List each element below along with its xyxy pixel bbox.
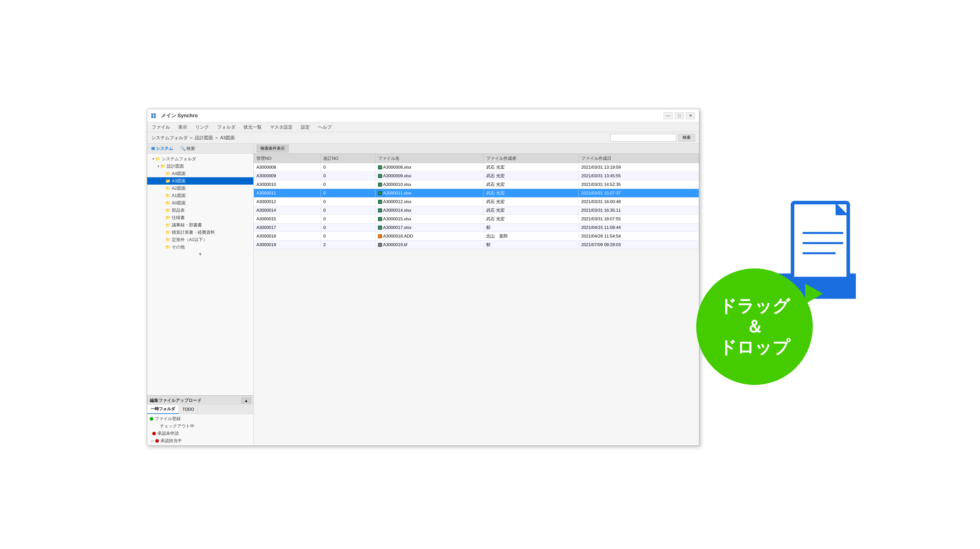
file-table-header: 管理NO 改訂NO ファイル名 ファイル作成者 ファイル作成日	[254, 154, 699, 163]
menu-settings[interactable]: 設定	[299, 123, 311, 131]
col-header-filename: ファイル名	[375, 154, 484, 163]
folder-icon: 📁	[165, 208, 170, 213]
cell-rev: 0	[321, 215, 375, 223]
img-icon: ⊙	[378, 234, 382, 238]
dnd-text-line3: ドロップ	[719, 337, 790, 358]
menu-folder[interactable]: フォルダ	[216, 123, 237, 131]
expand-arrow: ▼	[151, 157, 155, 161]
upload-button[interactable]: ▲	[242, 398, 251, 403]
cell-rev: 0	[321, 232, 375, 241]
breadcrumb: システムフォルダ ＞ 設計図面 ＞ A3図面	[151, 135, 235, 141]
folder-icon: 📁	[165, 230, 170, 235]
table-row[interactable]: A3000011 0 xA3000011.xlsx 武石 光宏 2021/03/…	[254, 189, 699, 198]
table-row[interactable]: A3000015 0 xA3000015.xlsx 武石 光宏 2021/03/…	[254, 215, 699, 223]
cell-date: 2021/03/31 18:07:55	[579, 215, 699, 223]
folder-icon: 📁	[165, 193, 170, 198]
cell-no: A3000015	[254, 215, 321, 223]
main-content: 検索条件表示 管理NO 改訂NO ファイル名 ファイル作成者 ファイル作成日	[254, 144, 699, 446]
table-row[interactable]: A3000014 0 xA3000014.xlsx 武石 光宏 2021/03/…	[254, 206, 699, 215]
minimize-button[interactable]: —	[663, 112, 673, 119]
menu-master[interactable]: マスタ設定	[268, 123, 294, 131]
maximize-button[interactable]: □	[675, 112, 684, 119]
table-row[interactable]: A3000019 2 tA3000019.tif 郁 2021/07/09 09…	[254, 241, 699, 249]
cell-filename: xA3000012.xlsx	[375, 198, 484, 206]
menu-view[interactable]: 表示	[177, 123, 189, 131]
sidebar-tab-system[interactable]: ⊞ システム	[149, 144, 175, 152]
cell-rev: 0	[321, 223, 375, 232]
cell-date: 2021/07/09 09:28:03	[579, 241, 699, 249]
close-button[interactable]: ✕	[686, 112, 695, 119]
excel-icon: x	[378, 182, 382, 187]
folder-icon: 📁	[155, 157, 161, 161]
tree-item-irregular[interactable]: 📁 定形外（A1以下）	[147, 236, 253, 243]
cell-no: A3000012	[254, 198, 321, 206]
green-dot-icon	[150, 417, 153, 420]
search-condition-button[interactable]: 検索条件表示	[257, 144, 289, 152]
dnd-text-line2: ＆	[746, 316, 763, 337]
todo-item-approval-pending[interactable]: 承認未申請	[147, 430, 253, 437]
col-header-no: 管理NO	[254, 154, 321, 163]
cell-filename: xA3000009.xlsx	[375, 172, 484, 180]
tree-item-a1[interactable]: 📁 A1図面	[147, 192, 253, 199]
todo-item-register[interactable]: ファイル登録	[147, 415, 253, 422]
table-row[interactable]: A3000010 0 xA3000010.xlsx 武石 光宏 2021/03/…	[254, 180, 699, 189]
tree-item-estimate[interactable]: 📁 積算計算書・経費資料	[147, 228, 253, 236]
tree-item-parts[interactable]: 📁 部品表	[147, 206, 253, 214]
todo-tab-todo[interactable]: TODO	[179, 405, 198, 414]
system-icon: ⊞	[151, 146, 155, 151]
table-row[interactable]: A3000017 0 xA3000017.xlsx 郁 2021/04/15 1…	[254, 223, 699, 232]
todo-item-checkout[interactable]: チェックアウト中	[147, 422, 253, 430]
dnd-text-line1: ドラッグ	[719, 296, 790, 317]
menu-file[interactable]: ファイル	[150, 123, 172, 131]
cell-author: 武石 光宏	[484, 189, 578, 198]
tif-icon: t	[378, 243, 382, 247]
excel-icon: x	[378, 208, 382, 213]
cell-filename: xA3000014.xlsx	[375, 206, 484, 215]
cell-date: 2021/03/31 13:45:55	[579, 172, 699, 180]
red-dot-icon	[155, 439, 159, 443]
content-area: ⊞ システム 🔍 検索 ▼ 📁 システムフォルダ ▼ 📁	[147, 144, 699, 446]
todo-tree: ファイル登録 チェックアウト中 承認未申請 ▷	[147, 414, 253, 446]
expand-arrow: ▼	[156, 165, 161, 168]
upload-header: 編集ファイルアップロード ▲	[147, 396, 253, 405]
tree-item-root[interactable]: ▼ 📁 システムフォルダ	[147, 155, 253, 163]
tree-item-other[interactable]: 📁 その他	[147, 243, 253, 251]
folder-icon: 📁	[165, 244, 170, 249]
cell-author: 武石 光宏	[484, 180, 578, 189]
table-row[interactable]: A3000018 0 ⊙A3000018.ADD 北山 直郎 2021/04/2…	[254, 232, 699, 241]
app-window: メイン Synchro — □ ✕ ファイル 表示 リンク フォルダ 状元一覧 …	[147, 109, 699, 446]
cell-no: A3000017	[254, 223, 321, 232]
tree-item-design[interactable]: ▼ 📁 設計図面	[147, 163, 253, 170]
tree-item-a3[interactable]: 📁 A3図面	[147, 177, 253, 185]
tree-item-a2[interactable]: 📁 A2図面	[147, 185, 253, 192]
tree-item-a4[interactable]: 📁 A4図面	[147, 170, 253, 177]
tree-item-spec[interactable]: 📁 仕様書	[147, 214, 253, 221]
menu-link[interactable]: リンク	[194, 123, 210, 131]
title-bar: メイン Synchro — □ ✕	[147, 109, 699, 122]
search-input[interactable]	[610, 134, 676, 141]
excel-icon: x	[378, 165, 382, 170]
cell-filename: tA3000019.tif	[375, 241, 484, 249]
todo-tab-temp[interactable]: 一時フォルダ	[147, 405, 179, 414]
cell-filename: xA3000010.xlsx	[375, 180, 484, 189]
cell-filename: xA3000015.xlsx	[375, 215, 484, 223]
cell-no: A3000010	[254, 180, 321, 189]
table-row[interactable]: A3000008 0 xA3000008.xlsx 武石 光宏 2021/03/…	[254, 163, 699, 172]
sidebar-tabs: ⊞ システム 🔍 検索	[147, 144, 253, 154]
todo-tabs: 一時フォルダ TODO	[147, 405, 253, 414]
tree-item-a0[interactable]: 📁 A0図面	[147, 199, 253, 206]
folder-icon: 📁	[165, 201, 170, 205]
folder-icon: 📁	[161, 164, 165, 169]
table-row[interactable]: A3000012 0 xA3000012.xlsx 武石 光宏 2021/03/…	[254, 198, 699, 206]
todo-item-approval-assigned[interactable]: ▷ 承認担当中	[147, 437, 253, 444]
search-button[interactable]: 検索	[678, 134, 695, 141]
menu-status[interactable]: 状元一覧	[242, 123, 263, 131]
cell-rev: 0	[321, 180, 375, 189]
menu-help[interactable]: ヘルプ	[317, 123, 333, 131]
tree-item-minutes[interactable]: 📁 議事録・部書書	[147, 221, 253, 228]
todo-section: 一時フォルダ TODO ファイル登録 チェックアウト中	[147, 405, 253, 446]
cell-filename: xA3000008.xlsx	[375, 163, 484, 172]
table-row[interactable]: A3000009 0 xA3000009.xlsx 武石 光宏 2021/03/…	[254, 172, 699, 180]
sidebar-tab-search[interactable]: 🔍 検索	[178, 144, 197, 152]
upload-label: 編集ファイルアップロード	[150, 398, 201, 403]
